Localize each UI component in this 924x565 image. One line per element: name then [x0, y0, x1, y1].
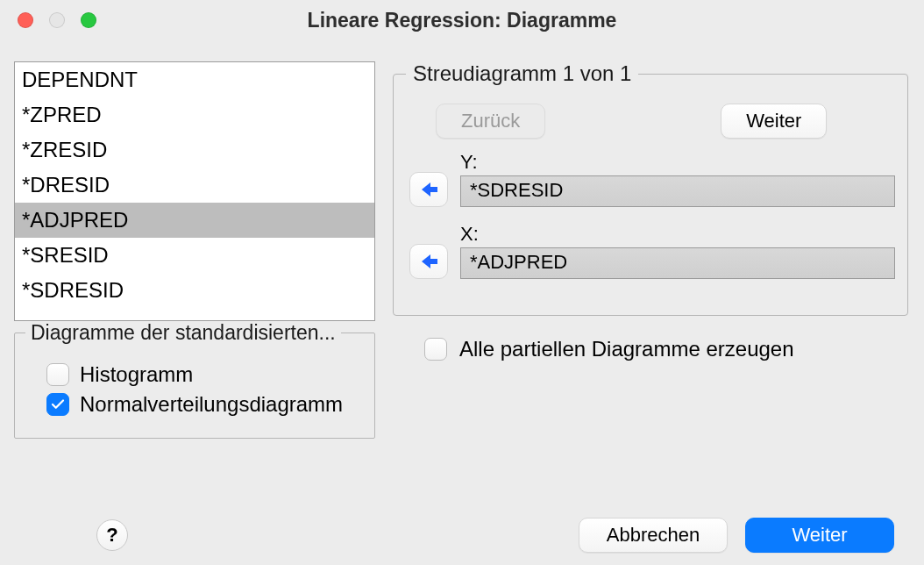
variable-list-item[interactable]: *SRESID [15, 238, 374, 273]
minimize-window-button[interactable] [49, 12, 65, 28]
y-axis-field[interactable]: *SDRESID [460, 175, 895, 207]
standardized-residual-plots-title: Diagramme der standardisierten... [25, 321, 341, 345]
variable-list-item[interactable]: *SDRESID [15, 273, 374, 308]
histogram-checkbox[interactable] [46, 363, 69, 386]
window-title: Lineare Regression: Diagramme [0, 9, 924, 32]
scatterplot-legend: Streudiagramm 1 von 1 [406, 61, 638, 86]
arrow-left-icon [418, 179, 439, 200]
variable-list-item[interactable]: DEPENDNT [15, 62, 374, 97]
variable-list-item[interactable]: *DRESID [15, 168, 374, 203]
checkmark-icon [50, 397, 66, 412]
histogram-row[interactable]: Histogramm [46, 362, 364, 387]
histogram-label: Histogramm [80, 362, 193, 387]
normal-probability-row[interactable]: Normalverteilungsdiagramm [46, 392, 364, 417]
title-bar: Lineare Regression: Diagramme [0, 0, 924, 40]
continue-button[interactable]: Weiter [745, 518, 894, 553]
variable-list-item[interactable]: *ADJPRED [15, 203, 374, 238]
variable-list-item[interactable]: *ZRESID [15, 132, 374, 168]
x-axis-label: X: [460, 223, 895, 246]
move-to-y-button[interactable] [409, 172, 448, 207]
window-controls [18, 12, 96, 28]
move-to-x-button[interactable] [409, 244, 448, 279]
partial-plots-row[interactable]: Alle partiellen Diagramme erzeugen [424, 337, 910, 361]
next-scatter-button[interactable]: Weiter [721, 104, 827, 139]
cancel-button[interactable]: Abbrechen [579, 518, 728, 553]
normal-probability-label: Normalverteilungsdiagramm [80, 392, 343, 417]
variable-list-item[interactable]: *ZPRED [15, 97, 374, 132]
zoom-window-button[interactable] [81, 12, 96, 28]
variable-list[interactable]: DEPENDNT*ZPRED*ZRESID*DRESID*ADJPRED*SRE… [14, 61, 375, 321]
help-button[interactable]: ? [96, 519, 128, 551]
arrow-left-icon [418, 251, 439, 272]
scatterplot-group: Streudiagramm 1 von 1 Zurück Weiter Y: *… [393, 61, 908, 316]
close-window-button[interactable] [18, 12, 33, 28]
standardized-residual-plots-group: Diagramme der standardisierten... Histog… [14, 321, 375, 439]
partial-plots-checkbox[interactable] [424, 338, 447, 361]
x-axis-field[interactable]: *ADJPRED [460, 247, 895, 279]
partial-plots-label: Alle partiellen Diagramme erzeugen [459, 337, 794, 361]
previous-scatter-button[interactable]: Zurück [436, 104, 545, 139]
y-axis-label: Y: [460, 151, 895, 174]
normal-probability-checkbox[interactable] [46, 393, 69, 416]
